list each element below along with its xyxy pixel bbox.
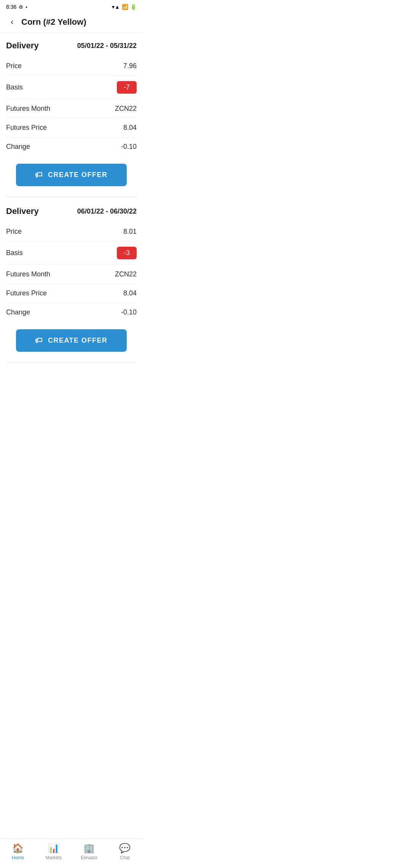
futures-price-label-1: Futures Price [6,124,47,132]
back-button[interactable]: ‹ [6,16,18,28]
page-title: Corn (#2 Yellow) [21,17,86,27]
change-label-1: Change [6,143,30,151]
delivery-label-2: Delivery [6,206,39,216]
markets-label: Markets [45,855,62,860]
basis-badge-1: -7 [117,81,137,94]
change-value-1: -0.10 [121,143,137,151]
create-offer-label-2: CREATE OFFER [48,337,108,345]
elevator-icon: 🏢 [83,843,95,854]
nav-elevator[interactable]: 🏢 Elevator [78,843,100,860]
home-label: Home [12,855,24,860]
chat-label: Chat [120,855,129,860]
futures-month-row-2: Futures Month ZCN22 [6,265,137,284]
offer-icon-2: 🏷 [35,336,43,345]
back-arrow-icon: ‹ [11,17,13,27]
change-row-1: Change -0.10 [6,137,137,156]
price-value-2: 8.01 [123,228,137,236]
delivery-header-1: Delivery 05/01/22 - 05/31/22 [6,41,137,51]
status-bar: 8:36 ⚙ ● ▾▲ 📶 🔋 [0,0,143,11]
create-offer-label-1: CREATE OFFER [48,171,108,179]
offer-icon-1: 🏷 [35,171,43,179]
status-time: 8:36 ⚙ ● [6,4,27,10]
battery-icon: 🔋 [130,4,137,10]
basis-row-2: Basis -3 [6,241,137,265]
settings-icon: ⚙ [19,4,23,10]
price-row-2: Price 8.01 [6,222,137,241]
nav-home[interactable]: 🏠 Home [6,843,29,860]
futures-month-value-2: ZCN22 [115,270,137,278]
signal-icon: 📶 [122,4,128,10]
futures-price-value-1: 8.04 [123,124,137,132]
markets-icon: 📊 [48,843,59,854]
delivery-date-1: 05/01/22 - 05/31/22 [77,42,137,50]
futures-price-row-2: Futures Price 8.04 [6,284,137,303]
delivery-section-1: Delivery 05/01/22 - 05/31/22 Price 7.96 … [6,33,137,197]
delivery-header-2: Delivery 06/01/22 - 06/30/22 [6,206,137,216]
futures-month-label-2: Futures Month [6,270,50,278]
chat-icon: 💬 [119,843,131,854]
delivery-date-2: 06/01/22 - 06/30/22 [77,207,137,215]
futures-month-label-1: Futures Month [6,105,50,113]
delivery-section-2: Delivery 06/01/22 - 06/30/22 Price 8.01 … [6,199,137,363]
futures-month-row-1: Futures Month ZCN22 [6,99,137,118]
nav-markets[interactable]: 📊 Markets [42,843,65,860]
price-row-1: Price 7.96 [6,57,137,76]
change-label-2: Change [6,308,30,316]
delivery-label-1: Delivery [6,41,39,51]
basis-badge-2: -3 [117,247,137,259]
price-value-1: 7.96 [123,62,137,70]
price-label-1: Price [6,62,22,70]
price-label-2: Price [6,228,22,236]
wifi-icon: ▾▲ [112,4,120,10]
basis-label-1: Basis [6,83,23,91]
futures-price-label-2: Futures Price [6,289,47,297]
home-icon: 🏠 [12,843,24,854]
elevator-label: Elevator [81,855,97,860]
create-offer-button-1[interactable]: 🏷 CREATE OFFER [16,164,127,186]
dot-indicator: ● [25,5,27,9]
futures-month-value-1: ZCN22 [115,105,137,113]
futures-price-value-2: 8.04 [123,289,137,297]
main-content: Delivery 05/01/22 - 05/31/22 Price 7.96 … [0,33,143,868]
create-offer-button-2[interactable]: 🏷 CREATE OFFER [16,329,127,352]
basis-label-2: Basis [6,249,23,257]
change-value-2: -0.10 [121,308,137,316]
futures-price-row-1: Futures Price 8.04 [6,118,137,137]
change-row-2: Change -0.10 [6,303,137,322]
bottom-nav: 🏠 Home 📊 Markets 🏢 Elevator 💬 Chat [0,839,143,868]
basis-row-1: Basis -7 [6,76,137,99]
header: ‹ Corn (#2 Yellow) [0,11,143,33]
nav-chat[interactable]: 💬 Chat [113,843,136,860]
status-icons: ▾▲ 📶 🔋 [112,4,137,10]
